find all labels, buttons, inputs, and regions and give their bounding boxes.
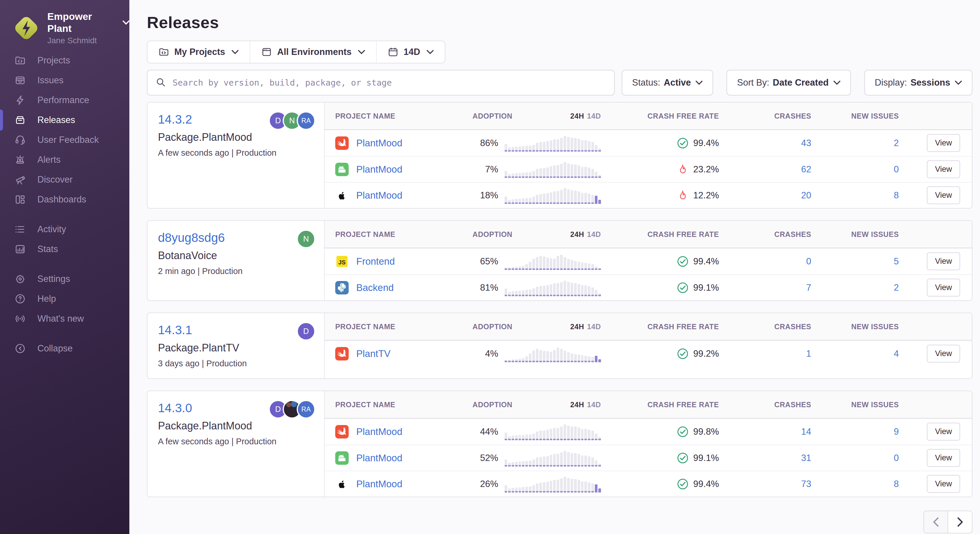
adoption-sparkline[interactable] <box>504 161 601 178</box>
swift-icon <box>335 347 348 360</box>
help-icon <box>14 293 26 304</box>
sidebar-item-activity[interactable]: Activity <box>0 219 129 239</box>
broadcast-icon <box>14 313 26 324</box>
view-button[interactable]: View <box>927 187 960 204</box>
adoption-sparkline[interactable] <box>504 450 601 467</box>
crashes-link[interactable]: 7 <box>806 282 811 293</box>
col-crashes: Crashes <box>724 400 811 409</box>
sidebar-item-discover[interactable]: Discover <box>0 170 129 190</box>
pagination <box>147 511 972 534</box>
projects-filter[interactable]: My Projects <box>148 41 250 63</box>
view-button[interactable]: View <box>927 423 960 440</box>
new-issues-link[interactable]: 2 <box>894 138 899 148</box>
sidebar-item-dashboards[interactable]: Dashboards <box>0 190 129 209</box>
new-issues-link[interactable]: 5 <box>894 256 899 266</box>
col-14d[interactable]: 14D <box>587 322 601 331</box>
sidebar-item-help[interactable]: Help <box>0 289 129 309</box>
next-page-button[interactable] <box>948 511 972 533</box>
sort-by-dropdown[interactable]: Sort By: Date Created <box>727 70 851 96</box>
sidebar-item-settings[interactable]: Settings <box>0 269 129 289</box>
col-24h[interactable]: 24H <box>570 230 584 238</box>
status-dropdown[interactable]: Status: Active <box>622 70 713 96</box>
crashes-link[interactable]: 73 <box>801 479 811 489</box>
sidebar-item-releases[interactable]: Releases <box>0 110 129 130</box>
col-24h[interactable]: 24H <box>570 400 584 409</box>
crash-free-value: 23.2% <box>693 164 719 175</box>
new-issues-link[interactable]: 9 <box>894 427 899 437</box>
sidebar-item-stats[interactable]: Stats <box>0 239 129 259</box>
settings-icon <box>14 273 26 285</box>
new-issues-link[interactable]: 8 <box>894 190 899 201</box>
org-switcher[interactable]: Empower Plant Jane Schmidt <box>0 11 129 45</box>
view-button[interactable]: View <box>927 279 960 296</box>
release-search <box>147 70 615 96</box>
project-link[interactable]: PlantMood <box>356 426 402 437</box>
previous-page-button[interactable] <box>923 511 948 533</box>
display-dropdown[interactable]: Display: Sessions <box>864 70 972 96</box>
sidebar-collapse-button[interactable]: Collapse <box>0 339 129 359</box>
crashes-link[interactable]: 62 <box>801 164 811 174</box>
col-crashes: Crashes <box>724 230 811 239</box>
search-input[interactable] <box>173 78 606 88</box>
project-link[interactable]: PlantMood <box>356 453 402 464</box>
col-14d[interactable]: 14D <box>587 230 601 238</box>
project-link[interactable]: PlantMood <box>356 190 402 201</box>
view-button[interactable]: View <box>927 134 960 152</box>
android-icon <box>335 451 348 465</box>
col-24h[interactable]: 24H <box>570 112 584 120</box>
release-authors: D <box>301 322 315 341</box>
adoption-sparkline[interactable] <box>504 423 601 440</box>
crash-free-ok-icon <box>677 478 689 490</box>
col-crashes: Crashes <box>724 322 811 331</box>
new-issues-link[interactable]: 4 <box>894 349 899 359</box>
adoption-sparkline[interactable] <box>504 475 601 493</box>
crashes-link[interactable]: 0 <box>806 256 811 266</box>
view-button[interactable]: View <box>927 160 960 178</box>
project-link[interactable]: PlantMood <box>356 478 402 489</box>
project-link[interactable]: PlantMood <box>356 137 402 149</box>
new-issues-link[interactable]: 8 <box>894 479 899 489</box>
crashes-link[interactable]: 43 <box>801 138 811 148</box>
crashes-link[interactable]: 1 <box>806 349 811 359</box>
sidebar-item-whats-new[interactable]: What's new <box>0 309 129 328</box>
release-version-link[interactable]: d8yug8sdg6 <box>158 231 225 245</box>
col-adoption: Adoption <box>473 230 512 239</box>
new-issues-link[interactable]: 0 <box>894 453 899 463</box>
sidebar-item-performance[interactable]: Performance <box>0 90 129 110</box>
adoption-sparkline[interactable] <box>504 187 601 204</box>
view-button[interactable]: View <box>927 475 960 493</box>
project-link[interactable]: Frontend <box>356 256 395 267</box>
sidebar-item-user-feedback[interactable]: User Feedback <box>0 130 129 150</box>
date-range-filter[interactable]: 14D <box>376 41 445 63</box>
release-version-link[interactable]: 14.3.2 <box>158 112 192 126</box>
project-link[interactable]: PlantTV <box>356 348 390 359</box>
adoption-sparkline[interactable] <box>504 279 601 296</box>
search-icon <box>156 77 167 88</box>
sidebar-item-projects[interactable]: Projects <box>0 51 129 70</box>
adoption-sparkline[interactable] <box>504 253 601 270</box>
sidebar-item-issues[interactable]: Issues <box>0 70 129 90</box>
table-row: JS PlantMood 86% 99.4% 43 2 View <box>325 130 972 156</box>
release-version-link[interactable]: 14.3.1 <box>158 323 192 337</box>
adoption-sparkline[interactable] <box>504 345 601 362</box>
release-card: d8yug8sdg6 BotanaVoice 2 min ago | Produ… <box>147 220 972 301</box>
project-link[interactable]: Backend <box>356 282 394 293</box>
project-link[interactable]: PlantMood <box>356 164 402 175</box>
col-14d[interactable]: 14D <box>587 112 601 120</box>
release-version-link[interactable]: 14.3.0 <box>158 401 192 415</box>
adoption-sparkline[interactable] <box>504 135 601 151</box>
col-24h[interactable]: 24H <box>570 322 584 331</box>
crashes-link[interactable]: 14 <box>801 427 811 437</box>
col-14d[interactable]: 14D <box>587 400 601 409</box>
col-new-issues: New Issues <box>811 322 899 331</box>
crashes-link[interactable]: 31 <box>801 453 811 463</box>
crashes-link[interactable]: 20 <box>801 190 811 201</box>
view-button[interactable]: View <box>927 252 960 270</box>
view-button[interactable]: View <box>927 449 960 467</box>
environments-filter[interactable]: All Environments <box>250 41 376 63</box>
sidebar-item-alerts[interactable]: Alerts <box>0 150 129 170</box>
release-authors: N <box>301 230 315 248</box>
new-issues-link[interactable]: 2 <box>894 282 899 293</box>
view-button[interactable]: View <box>927 345 960 362</box>
new-issues-link[interactable]: 0 <box>894 164 899 174</box>
